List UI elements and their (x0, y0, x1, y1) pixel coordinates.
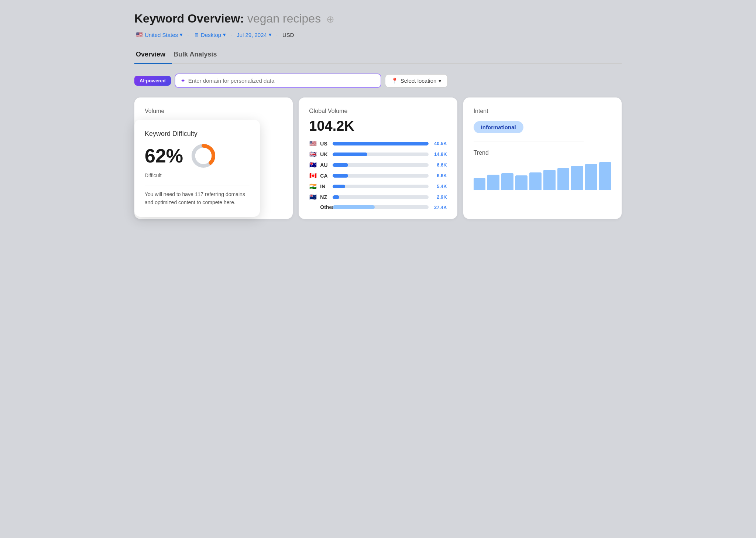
bar-fill (333, 142, 428, 145)
trend-bars (474, 161, 611, 190)
kd-label: Keyword Difficulty (145, 130, 250, 138)
date-filter[interactable]: Jul 29, 2024 ▾ (235, 31, 273, 39)
country-code: US (320, 141, 330, 147)
device-label: Desktop (201, 32, 221, 38)
global-volume-value: 104.2K (309, 118, 447, 134)
bar-track (333, 205, 428, 209)
bar-fill (333, 163, 348, 167)
country-bar-row: 🇳🇿 NZ 2.9K (309, 193, 447, 201)
country-code: NZ (320, 194, 330, 200)
trend-bar (571, 166, 583, 190)
bar-track (333, 195, 428, 199)
date-label: Jul 29, 2024 (237, 32, 267, 38)
keyword-name: vegan recipes (247, 12, 321, 25)
sparkle-icon: ✦ (181, 77, 185, 84)
country-value: 14.8K (432, 151, 447, 157)
global-volume-label: Global Volume (309, 108, 447, 114)
domain-input[interactable] (188, 78, 375, 84)
country-code: CA (320, 173, 330, 179)
country-flag: 🇺🇸 (136, 31, 143, 38)
global-volume-number: 104.2K (309, 118, 354, 134)
currency-label: USD (282, 32, 294, 38)
bar-fill (333, 153, 367, 156)
volume-label: Volume (145, 108, 282, 114)
country-value: 6.6K (432, 162, 447, 168)
country-bar-row: 🇺🇸 US 40.5K (309, 140, 447, 147)
filter-sep-2: · (230, 31, 232, 39)
country-bar-row: 🇮🇳 IN 5.4K (309, 183, 447, 190)
country-bar-row: 🇨🇦 CA 6.6K (309, 172, 447, 179)
trend-label: Trend (474, 150, 611, 156)
bar-track (333, 185, 428, 188)
bar-fill (333, 185, 345, 188)
location-pin-icon: 📍 (391, 78, 398, 84)
country-filter[interactable]: 🇺🇸 United States ▾ (134, 31, 184, 39)
country-bar-row: 🇬🇧 UK 14.8K (309, 151, 447, 158)
country-value: 6.6K (432, 173, 447, 178)
kd-percent: 62% (145, 145, 183, 167)
page-title: Keyword Overview: vegan recipes ⊕ (134, 12, 622, 25)
filter-bar: 🇺🇸 United States ▾ · 🖥 Desktop ▾ · Jul 2… (134, 31, 622, 39)
country-value: 2.9K (432, 194, 447, 200)
trend-bar (599, 162, 611, 190)
ai-search-row: AI-powered ✦ 📍 Select location ▾ (134, 73, 622, 88)
bar-track (333, 174, 428, 178)
country-code: IN (320, 184, 330, 189)
country-bar-row: 🇦🇺 AU 6.6K (309, 161, 447, 168)
trend-bar (543, 170, 556, 190)
country-bar-row: Other 27.4K (309, 204, 447, 210)
tab-bar: Overview Bulk Analysis (134, 47, 622, 64)
location-select-button[interactable]: 📍 Select location ▾ (385, 74, 448, 88)
kd-divider (145, 185, 250, 185)
trend-bar (529, 172, 542, 190)
country-flag-icon: 🇳🇿 (309, 193, 317, 201)
trend-bar (487, 175, 499, 190)
intent-badge: Informational (474, 121, 523, 133)
keyword-difficulty-card: Keyword Difficulty 62% Difficult You wil… (134, 120, 260, 217)
trend-bar (501, 173, 513, 190)
intent-trend-card: Intent Informational Trend (463, 97, 622, 219)
country-flag-icon: 🇺🇸 (309, 140, 317, 147)
kd-difficulty-label: Difficult (145, 172, 250, 178)
trend-bar (474, 178, 486, 190)
ai-input-wrapper[interactable]: ✦ (175, 73, 381, 88)
country-value: 27.4K (432, 205, 447, 210)
country-code: UK (320, 151, 330, 157)
tab-overview[interactable]: Overview (134, 47, 172, 64)
device-chevron-icon: ▾ (223, 31, 226, 38)
intent-divider (474, 141, 584, 141)
date-chevron-icon: ▾ (269, 31, 272, 38)
trend-bar (557, 168, 570, 190)
bar-fill (333, 174, 348, 178)
device-icon: 🖥 (193, 32, 199, 38)
title-prefix: Keyword Overview: (134, 12, 244, 25)
intent-label: Intent (474, 108, 611, 114)
country-flag-icon: 🇬🇧 (309, 151, 317, 158)
kd-description: You will need to have 117 referring doma… (145, 191, 250, 206)
country-flag-icon: 🇦🇺 (309, 161, 317, 168)
country-value: 40.5K (432, 141, 447, 146)
cards-row: Volume 40.5K 🇺🇸 Global Volume 104.2K 🇺🇸 … (134, 97, 622, 219)
global-volume-card: Global Volume 104.2K 🇺🇸 US 40.5K 🇬🇧 UK 1… (299, 97, 457, 219)
bar-fill (333, 195, 339, 199)
bar-track (333, 163, 428, 167)
device-filter[interactable]: 🖥 Desktop ▾ (192, 31, 227, 39)
country-code: Other (320, 204, 330, 210)
bar-fill (333, 205, 375, 209)
tab-bulk-analysis[interactable]: Bulk Analysis (172, 47, 223, 64)
country-value: 5.4K (432, 184, 447, 189)
trend-bar (515, 175, 528, 190)
country-chevron-icon: ▾ (180, 31, 183, 38)
kd-donut-chart (190, 143, 216, 169)
country-label: United States (145, 32, 178, 38)
ai-badge: AI-powered (134, 76, 171, 86)
country-flag-icon: 🇮🇳 (309, 183, 317, 190)
location-select-label: Select location (401, 78, 437, 84)
location-chevron-icon: ▾ (439, 78, 441, 84)
filter-sep-3: · (276, 31, 278, 39)
bar-track (333, 153, 428, 156)
add-keyword-icon[interactable]: ⊕ (326, 14, 334, 25)
trend-bar (585, 164, 597, 190)
bar-track (333, 142, 428, 145)
country-bar-list: 🇺🇸 US 40.5K 🇬🇧 UK 14.8K 🇦🇺 AU 6.6K 🇨🇦 CA (309, 140, 447, 210)
